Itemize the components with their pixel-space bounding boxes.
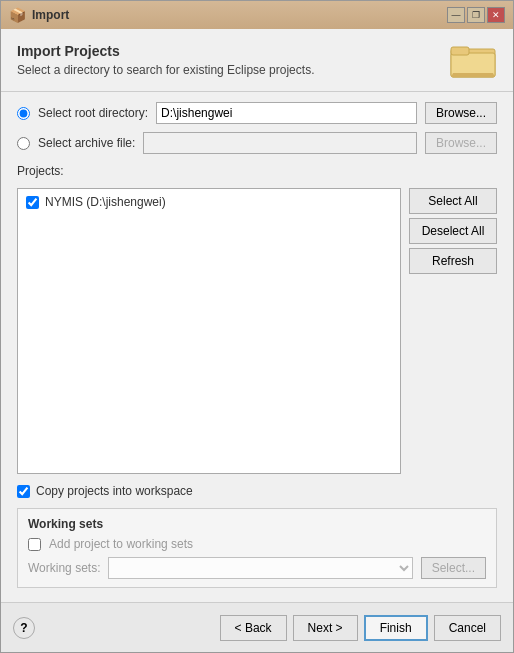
- root-directory-radio[interactable]: [17, 107, 30, 120]
- folder-icon: [449, 39, 497, 81]
- refresh-button[interactable]: Refresh: [409, 248, 497, 274]
- import-window: 📦 Import — ❐ ✕ Import Projects Select a …: [0, 0, 514, 653]
- dialog-description: Select a directory to search for existin…: [17, 63, 314, 77]
- add-working-sets-checkbox[interactable]: [28, 538, 41, 551]
- add-to-working-sets-row: Add project to working sets: [28, 537, 486, 551]
- window-icon: 📦: [9, 7, 26, 23]
- close-button[interactable]: ✕: [487, 7, 505, 23]
- title-bar: 📦 Import — ❐ ✕: [1, 1, 513, 29]
- working-sets-select[interactable]: [108, 557, 412, 579]
- back-button[interactable]: < Back: [220, 615, 287, 641]
- project-checkbox-0[interactable]: [26, 196, 39, 209]
- cancel-button[interactable]: Cancel: [434, 615, 501, 641]
- archive-browse-button[interactable]: Browse...: [425, 132, 497, 154]
- working-sets-select-button[interactable]: Select...: [421, 557, 486, 579]
- copy-projects-checkbox[interactable]: [17, 485, 30, 498]
- select-all-button[interactable]: Select All: [409, 188, 497, 214]
- title-bar-buttons: — ❐ ✕: [447, 7, 505, 23]
- deselect-all-button[interactable]: Deselect All: [409, 218, 497, 244]
- root-directory-input[interactable]: D:\jishengwei: [156, 102, 417, 124]
- dialog-content: Import Projects Select a directory to se…: [1, 29, 513, 602]
- bottom-bar: ? < Back Next > Finish Cancel: [1, 602, 513, 652]
- list-item: NYMIS (D:\jishengwei): [22, 193, 396, 211]
- copy-projects-label: Copy projects into workspace: [36, 484, 193, 498]
- finish-button[interactable]: Finish: [364, 615, 428, 641]
- add-working-sets-label: Add project to working sets: [49, 537, 193, 551]
- projects-buttons: Select All Deselect All Refresh: [409, 188, 497, 474]
- header-text: Import Projects Select a directory to se…: [17, 43, 314, 77]
- working-sets-title: Working sets: [28, 517, 486, 531]
- svg-rect-2: [451, 47, 469, 55]
- root-directory-label: Select root directory:: [38, 106, 148, 120]
- working-sets-label: Working sets:: [28, 561, 100, 575]
- next-button[interactable]: Next >: [293, 615, 358, 641]
- root-browse-button[interactable]: Browse...: [425, 102, 497, 124]
- copy-projects-row: Copy projects into workspace: [17, 484, 497, 498]
- working-sets-input-row: Working sets: Select...: [28, 557, 486, 579]
- archive-file-input[interactable]: [143, 132, 417, 154]
- dialog-title: Import Projects: [17, 43, 314, 59]
- form-section: Select root directory: D:\jishengwei Bro…: [17, 102, 497, 154]
- projects-area: NYMIS (D:\jishengwei) Select All Deselec…: [17, 188, 497, 474]
- projects-list: NYMIS (D:\jishengwei): [17, 188, 401, 474]
- header-section: Import Projects Select a directory to se…: [17, 43, 497, 81]
- projects-label: Projects:: [17, 164, 497, 178]
- header-divider: [1, 91, 513, 92]
- archive-file-label: Select archive file:: [38, 136, 135, 150]
- minimize-button[interactable]: —: [447, 7, 465, 23]
- working-sets-section: Working sets Add project to working sets…: [17, 508, 497, 588]
- restore-button[interactable]: ❐: [467, 7, 485, 23]
- project-name-0: NYMIS (D:\jishengwei): [45, 195, 166, 209]
- archive-file-row: Select archive file: Browse...: [17, 132, 497, 154]
- help-button[interactable]: ?: [13, 617, 35, 639]
- window-title: Import: [32, 8, 441, 22]
- root-directory-row: Select root directory: D:\jishengwei Bro…: [17, 102, 497, 124]
- archive-file-radio[interactable]: [17, 137, 30, 150]
